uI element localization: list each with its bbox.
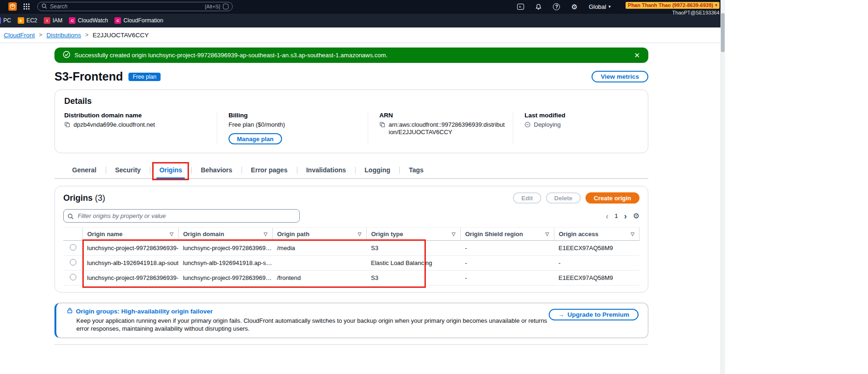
aws-logo-icon[interactable] (8, 2, 17, 11)
account-username: ThaoPT@SE193364 (626, 10, 720, 16)
chevron-down-icon: ▾ (715, 3, 717, 7)
favorite-iam[interactable]: I IAM (44, 17, 62, 24)
breadcrumb-separator-icon: > (85, 32, 88, 38)
cloudwatch-icon: C (69, 17, 75, 24)
deploy-status: Deploying (534, 121, 561, 129)
next-page-icon[interactable]: › (624, 212, 627, 220)
global-search[interactable]: [Alt+S] (37, 2, 233, 11)
close-icon[interactable]: ✕ (634, 52, 640, 59)
column-header-origin-shield-region[interactable]: Origin Shield region▽ (460, 228, 554, 241)
origins-filter (63, 209, 300, 223)
billing-value: Free plan ($0/month) (229, 121, 285, 129)
filter-origins-input[interactable] (63, 209, 300, 223)
view-metrics-button[interactable]: View metrics (592, 71, 648, 82)
account-menu[interactable]: Phan Thanh Thao (9972-8639-6939) ▾ ThaoP… (626, 0, 720, 16)
column-header-origin-path[interactable]: Origin path▽ (272, 228, 366, 241)
table-preferences-gear-icon[interactable]: ⚙ (633, 212, 639, 220)
origins-panel: Origins (3) Edit Delete Create origin ‹ (54, 186, 648, 292)
tab-invalidations[interactable]: Invalidations (297, 163, 356, 178)
cell-origin-access: E1EECX97AQ58M9 (554, 241, 639, 256)
column-filter-icon[interactable]: ▽ (545, 231, 549, 237)
column-filter-icon[interactable]: ▽ (452, 231, 456, 237)
cell-select (63, 256, 82, 271)
favorite-cloudwatch[interactable]: C CloudWatch (69, 17, 108, 24)
cell-origin-shield: - (460, 241, 554, 256)
favorite-cloudformation[interactable]: C CloudFormation (114, 17, 163, 24)
details-panel: Details Distribution domain name dpzb4vn… (54, 89, 648, 153)
column-header-origin-access[interactable]: Origin access▽ (554, 228, 639, 241)
breadcrumb-current: E2JJUOCTAV6CCY (93, 32, 148, 39)
column-filter-icon[interactable]: ▽ (264, 231, 268, 237)
detail-billing: Billing Free plan ($0/month) Manage plan (217, 112, 368, 144)
region-selector[interactable]: Global ▾ (589, 3, 611, 10)
keyboard-icon (223, 4, 229, 9)
services-menu-icon[interactable] (23, 3, 30, 10)
column-header-origin-domain[interactable]: Origin domain▽ (178, 228, 272, 241)
cloudshell-icon[interactable]: >_ (517, 4, 524, 10)
table-row[interactable]: lunchsync-project-997286396939-ap lunchs… (63, 241, 639, 256)
tab-origins[interactable]: Origins (150, 163, 191, 178)
column-header-origin-type[interactable]: Origin type▽ (366, 228, 460, 241)
origins-table-wrapper: Origin name▽ Origin domain▽ Origin path▽… (63, 227, 639, 286)
scrollbar-thumb[interactable] (721, 13, 725, 52)
column-header-origin-name[interactable]: Origin name▽ (82, 228, 178, 241)
previous-page-icon[interactable]: ‹ (606, 212, 608, 220)
copy-icon[interactable] (64, 122, 70, 129)
tab-logging[interactable]: Logging (355, 163, 399, 178)
settings-gear-icon[interactable]: ⚙ (571, 3, 577, 10)
tab-tags[interactable]: Tags (399, 163, 433, 178)
success-flashbar: Successfully created origin lunchsync-pr… (54, 48, 648, 63)
cell-origin-type: S3 (366, 241, 460, 256)
arrow-right-icon: → (558, 311, 565, 318)
favorite-vpc[interactable]: PC (0, 17, 11, 24)
cell-origin-path: /media (272, 241, 366, 256)
copy-icon[interactable] (379, 122, 385, 129)
cell-origin-access: E1EECX97AQ58M9 (554, 271, 639, 286)
origin-select-radio[interactable] (70, 274, 76, 280)
search-input[interactable] (50, 3, 202, 10)
create-origin-button[interactable]: Create origin (585, 192, 639, 204)
lock-icon (67, 307, 73, 316)
origin-select-radio[interactable] (70, 244, 76, 251)
tab-security[interactable]: Security (106, 163, 150, 178)
page-title: S3-Frontend (54, 70, 123, 83)
breadcrumb-separator-icon: > (39, 32, 42, 38)
upgrade-premium-button[interactable]: → Upgrade to Premium (549, 309, 639, 320)
pagination: ‹ 1 › ⚙ (606, 212, 639, 220)
cloudformation-icon: C (114, 17, 121, 24)
cell-origin-shield: - (460, 256, 554, 271)
column-filter-icon[interactable]: ▽ (358, 231, 362, 237)
favorites-bar: PC E EC2 I IAM C CloudWatch C CloudForma… (0, 13, 725, 27)
vpc-icon (0, 17, 1, 24)
detail-arn: ARN arn:aws:cloudfront::997286396939:dis… (368, 112, 513, 144)
cell-origin-type: Elastic Load Balancing (366, 256, 460, 271)
cell-origin-domain: lunchsync-project-9972863969… (178, 241, 272, 256)
table-row[interactable]: lunchsync-project-997286396939-ap lunchs… (63, 271, 639, 286)
delete-button[interactable]: Delete (546, 192, 581, 204)
promo-title: Origin groups: High-availability origin … (76, 308, 213, 315)
distribution-domain-value: dpzb4vnda699e.cloudfront.net (74, 121, 155, 129)
edit-button[interactable]: Edit (513, 192, 541, 204)
notifications-bell-icon[interactable] (535, 3, 542, 10)
tab-general[interactable]: General (63, 163, 106, 178)
account-name-highlight[interactable]: Phan Thanh Thao (9972-8639-6939) ▾ (626, 2, 720, 9)
breadcrumb-distributions[interactable]: Distributions (47, 32, 81, 39)
help-icon[interactable]: ? (553, 3, 560, 10)
search-icon (67, 213, 74, 221)
tab-behaviors[interactable]: Behaviors (191, 163, 242, 178)
column-filter-icon[interactable]: ▽ (170, 231, 174, 237)
breadcrumb-cloudfront[interactable]: CloudFront (4, 32, 35, 39)
cell-select (63, 241, 82, 256)
current-page-number[interactable]: 1 (614, 213, 618, 219)
account-name-label: Phan Thanh Thao (9972-8639-6939) (628, 2, 713, 8)
origin-select-radio[interactable] (70, 259, 76, 265)
tab-error-pages[interactable]: Error pages (242, 163, 297, 178)
success-check-icon (63, 51, 70, 60)
vertical-scrollbar[interactable] (720, 0, 725, 374)
column-filter-icon[interactable]: ▽ (631, 231, 634, 237)
table-row[interactable]: lunchsyn-alb-1926941918.ap-southe lunchs… (63, 256, 639, 271)
main-content: Successfully created origin lunchsync-pr… (54, 48, 648, 345)
select-column-header (63, 228, 82, 241)
favorite-ec2[interactable]: E EC2 (18, 17, 37, 24)
manage-plan-button[interactable]: Manage plan (229, 133, 282, 144)
